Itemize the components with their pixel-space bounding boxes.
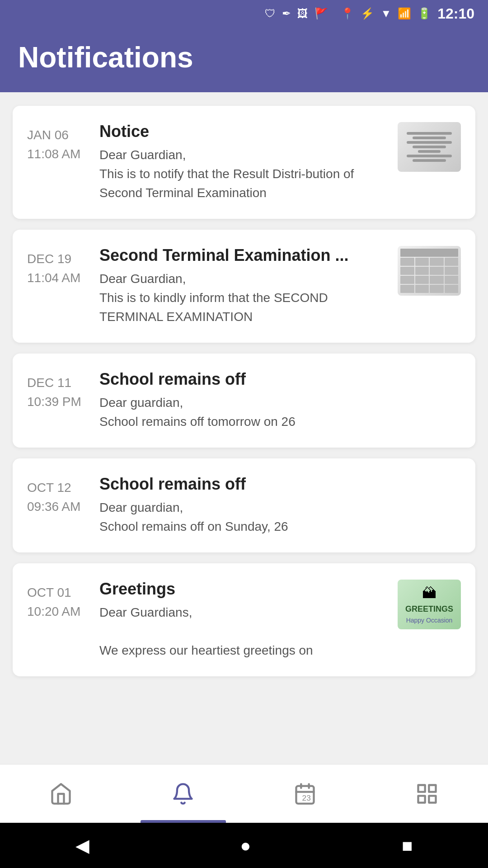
card-thumbnail-5: 🏔 GREETINGS Happy Occasion [398,580,461,629]
calendar-icon: 23 [293,782,317,806]
app-icon-4: 🚩 [314,7,328,20]
status-bar: 🛡 ✒ 🖼 🚩 📍 ⚡ ▼ 📶 🔋 12:10 [0,0,488,27]
nav-notifications[interactable] [122,764,244,823]
nav-more[interactable] [366,764,488,823]
signal-icon: 📶 [398,7,411,20]
recent-button[interactable]: ■ [402,835,413,856]
card-text-1: Dear Guardian,This is to notify that the… [99,146,389,203]
battery-icon: 🔋 [418,7,431,20]
home-icon [49,782,73,806]
card-text-4: Dear guardian,School remains off on Sund… [99,498,461,536]
card-title-1: Notice [99,122,389,141]
notification-card-school-off-dec[interactable]: DEC 11 10:39 PM School remains off Dear … [13,354,475,448]
notification-card-second-terminal[interactable]: DEC 19 11:04 AM Second Terminal Examinat… [13,230,475,343]
bottom-navigation: 23 [0,764,488,823]
card-title-2: Second Terminal Examination ... [99,246,389,265]
card-body-2: Second Terminal Examination ... Dear Gua… [99,246,389,326]
card-title-5: Greetings [99,580,389,599]
card-thumbnail-2 [398,246,461,296]
card-title-4: School remains off [99,475,461,494]
card-body-4: School remains off Dear guardian,School … [99,475,461,536]
card-date-1: JAN 06 11:08 AM [27,122,90,164]
home-button[interactable]: ● [240,835,251,856]
svg-rect-5 [418,785,425,792]
nav-home[interactable] [0,764,122,823]
notification-card-greetings[interactable]: OCT 01 10:20 AM Greetings Dear Guardians… [13,563,475,676]
bell-icon [171,782,195,806]
notification-card-school-off-oct[interactable]: OCT 12 09:36 AM School remains off Dear … [13,458,475,552]
card-thumbnail-1 [398,122,461,172]
card-date-3: DEC 11 10:39 PM [27,370,90,411]
card-date-5: OCT 01 10:20 AM [27,580,90,621]
app-icon-3: 🖼 [297,7,308,20]
wifi-icon: ▼ [380,7,391,20]
svg-text:23: 23 [302,793,311,802]
svg-rect-8 [429,796,436,802]
app-icon-1: 🛡 [265,7,276,20]
location-icon: 📍 [341,7,354,20]
card-body-5: Greetings Dear Guardians,We express our … [99,580,389,660]
card-body-3: School remains off Dear guardian,School … [99,370,461,431]
card-title-3: School remains off [99,370,461,389]
app-icon-2: ✒ [282,7,291,20]
card-date-4: OCT 12 09:36 AM [27,475,90,516]
nav-calendar[interactable]: 23 [244,764,366,823]
notifications-list: JAN 06 11:08 AM Notice Dear Guardian,Thi… [0,92,488,764]
grid-icon [415,782,439,806]
card-body-1: Notice Dear Guardian,This is to notify t… [99,122,389,203]
svg-rect-7 [418,796,425,802]
svg-rect-6 [429,785,436,792]
status-time: 12:10 [437,5,474,22]
page-title: Notifications [18,41,470,74]
system-navigation: ◀ ● ■ [0,823,488,868]
card-text-2: Dear Guardian,This is to kindly inform t… [99,269,389,326]
status-icons: 🛡 ✒ 🖼 🚩 📍 ⚡ ▼ 📶 🔋 12:10 [265,5,474,22]
card-date-2: DEC 19 11:04 AM [27,246,90,288]
header: Notifications [0,27,488,92]
bluetooth-icon: ⚡ [361,7,374,20]
back-button[interactable]: ◀ [75,835,89,856]
card-text-5: Dear Guardians,We express our heartiest … [99,603,389,660]
card-text-3: Dear guardian,School remains off tomorro… [99,393,461,431]
notification-card-notice[interactable]: JAN 06 11:08 AM Notice Dear Guardian,Thi… [13,106,475,219]
